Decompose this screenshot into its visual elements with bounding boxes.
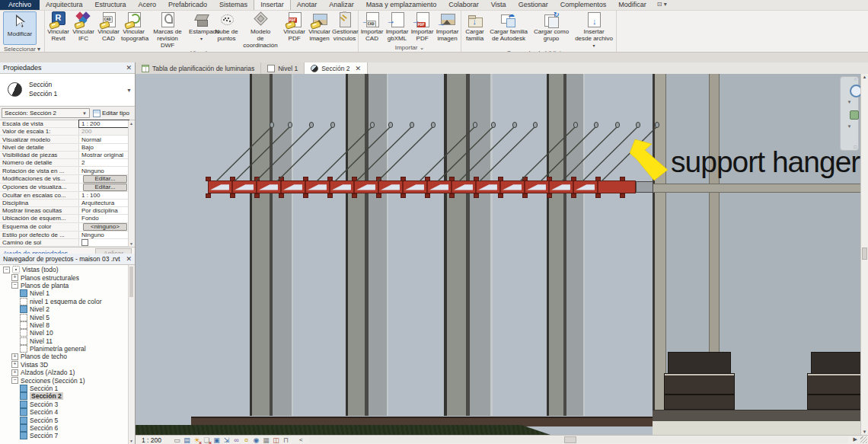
scroll-down-icon[interactable]: ▼ <box>861 430 868 434</box>
support-beam[interactable] <box>208 180 636 193</box>
collapse-icon[interactable]: − <box>11 282 18 289</box>
expand-icon[interactable]: + <box>11 369 18 376</box>
edit-type-button[interactable]: Editar tipo <box>93 110 129 117</box>
marcas-de-revision-dwf-button[interactable]: Marcas de revisiónDWF <box>146 11 189 50</box>
browser-item-seccion-7[interactable]: Sección 7 <box>0 432 129 439</box>
temporary-hide-isolate-icon[interactable]: ∞ <box>231 436 241 444</box>
browser-item-planimetria-general[interactable]: Planimetría general <box>0 345 129 353</box>
property-value[interactable]: Fondo <box>79 215 129 222</box>
expand-icon[interactable]: + <box>11 274 18 281</box>
ribbon-tab-estructura[interactable]: Estructura <box>89 0 132 10</box>
browser-item-nivel-1[interactable]: Nivel 1 <box>0 289 129 297</box>
navbar-handle-icon[interactable]: □ <box>841 145 858 149</box>
property-value[interactable]: Mostrar original <box>79 152 129 158</box>
property-value[interactable]: Ninguno <box>79 232 129 238</box>
importar-gbxml-button[interactable]: →ImportargbXML <box>385 11 410 42</box>
browser-item-vistas-todo[interactable]: −Vistas (todo) <box>0 266 129 273</box>
scroll-up-icon[interactable]: ▲ <box>861 75 868 79</box>
visual-style-icon[interactable]: ▭ <box>172 436 182 444</box>
browser-item-nivel-5[interactable]: Nivel 5 <box>0 313 129 321</box>
importar-pdf-button[interactable]: →PDFImportarPDF <box>410 11 435 42</box>
collapse-icon[interactable]: − <box>11 377 18 384</box>
chevron-down-icon[interactable]: ▼ <box>841 124 858 129</box>
nube-de-puntos-button[interactable]: Nube depuntos <box>214 11 239 42</box>
insertar-desde-archivo-button[interactable]: ↓Insertardesde archivo ▾ <box>573 11 615 50</box>
resize-grip[interactable] <box>860 436 867 443</box>
vincular-cad-button[interactable]: CADVincularCAD <box>96 11 121 42</box>
navbar-pin-icon[interactable]: ○ <box>841 77 858 81</box>
view-tab-tabla-de-planificacion-de-luminarias[interactable]: Tabla de planificación de luminarias <box>136 62 261 74</box>
collapse-icon[interactable]: − <box>3 267 10 273</box>
vincular-topografia-button[interactable]: Vinculartopografía <box>121 11 146 42</box>
reveal-hidden-elements-icon[interactable]: ¤ <box>241 436 251 444</box>
vincular-imagen-button[interactable]: Vincularimagen <box>307 11 332 42</box>
browser-item-nivel-10[interactable]: Nivel 10 <box>0 329 129 337</box>
expand-icon[interactable]: + <box>11 353 18 360</box>
property-value[interactable]: Normal <box>79 136 129 142</box>
ribbon-tab-complementos[interactable]: Complementos <box>554 0 613 10</box>
scroll-thumb[interactable] <box>862 248 867 260</box>
ribbon-tab-gestionar[interactable]: Gestionar <box>512 0 554 10</box>
ribbon-tab-vista[interactable]: Vista <box>485 0 512 10</box>
browser-item-planos-de-planta[interactable]: −Planos de planta <box>0 282 129 289</box>
view-tab-nivel-1[interactable]: Nivel 1 <box>261 62 305 74</box>
close-icon[interactable]: ✕ <box>126 64 132 72</box>
property-edit-button[interactable]: <ninguno> <box>83 223 127 231</box>
ribbon-tab-anotar[interactable]: Anotar <box>291 0 324 10</box>
browser-item-planos-estructurales[interactable]: +Planos estructurales <box>0 273 129 281</box>
browser-item-vistas-3d[interactable]: +Vistas 3D <box>0 361 129 369</box>
browser-item-alzados-alzado-1[interactable]: +Alzados (Alzado 1) <box>0 369 129 376</box>
ribbon-tab-acero[interactable]: Acero <box>132 0 163 10</box>
browser-item-seccion-5[interactable]: Sección 5 <box>0 416 129 423</box>
scroll-thumb[interactable] <box>564 436 576 443</box>
shadows-icon[interactable]: ❏× <box>202 436 212 444</box>
panel-toggle-icon[interactable]: ⊡ ▾ <box>653 0 672 10</box>
crop-view-icon[interactable]: ▣ <box>212 436 222 444</box>
sun-path-icon[interactable]: ☀× <box>192 436 202 444</box>
ribbon-tab-colaborar[interactable]: Colaborar <box>442 0 485 10</box>
property-value[interactable] <box>79 239 129 246</box>
property-value[interactable]: 200 <box>79 128 129 135</box>
view-selector-combo[interactable]: Sección: Sección 2 ▼ <box>2 108 90 118</box>
importar-cad-button[interactable]: →CADImportarCAD <box>359 11 385 42</box>
ribbon-tab-archivo[interactable]: Archivo <box>0 0 40 10</box>
modelo-de-coordinacion-button[interactable]: Modelode coordinación <box>239 11 282 50</box>
vincular-ifc-button[interactable]: VincularIFC <box>71 11 96 42</box>
view-tab-seccion-2[interactable]: Sección 2✕ <box>305 62 368 74</box>
ribbon-tab-masa-y-emplazamiento[interactable]: Masa y emplazamiento <box>360 0 443 10</box>
modificar-button[interactable]: Modificar <box>3 11 37 45</box>
collapse-chevron-icon[interactable]: < <box>299 436 303 443</box>
browser-item-seccion-6[interactable]: Sección 6 <box>0 424 129 432</box>
expand-icon[interactable]: + <box>11 361 18 368</box>
vincular-pdf-button[interactable]: PDFVincularPDF <box>282 11 307 42</box>
property-value[interactable]: 1 : 100 <box>79 192 129 199</box>
ribbon-tab-sistemas[interactable]: Sistemas <box>213 0 254 10</box>
browser-scrollbar[interactable]: ▼ <box>128 265 135 444</box>
temporary-view-properties-icon[interactable]: ◉ <box>251 436 261 444</box>
browser-item-seccion-1[interactable]: Sección 1 <box>0 385 129 392</box>
ribbon-tab-prefabricado[interactable]: Prefabricado <box>162 0 213 10</box>
browser-item-nivel-1-esquema-de-color[interactable]: nivel 1 esquema de color <box>0 298 129 305</box>
vincular-revit-button[interactable]: RVincularRevit <box>46 11 71 42</box>
show-analytical-model-icon[interactable]: ▦ <box>261 436 271 444</box>
navigation-bar[interactable]: ○ ▼ ▼ □ <box>840 76 859 151</box>
property-value[interactable]: 1 : 200 <box>79 120 129 127</box>
ribbon-tab-arquitectura[interactable]: Arquitectura <box>40 0 89 10</box>
chevron-down-icon[interactable]: ▼ <box>126 88 132 93</box>
property-value[interactable]: Bajo <box>79 144 129 151</box>
show-crop-region-icon[interactable]: ⇲ <box>222 436 231 444</box>
drawing-canvas[interactable]: support hanger ○ ▼ ▼ □ <box>136 74 861 435</box>
browser-item-seccion-4[interactable]: Sección 4 <box>0 408 129 416</box>
browser-item-planos-de-techo[interactable]: +Planos de techo <box>0 353 129 360</box>
browser-item-nivel-11[interactable]: Nivel 11 <box>0 337 129 345</box>
cargar-como-grupo-button[interactable]: ↻Cargar comogrupo <box>530 11 573 42</box>
close-icon[interactable]: ✕ <box>356 65 362 72</box>
property-value[interactable]: Editar... <box>79 184 129 191</box>
chevron-down-icon[interactable]: ▼ <box>841 100 858 104</box>
horizontal-scrollbar[interactable] <box>309 436 848 443</box>
property-value[interactable]: 2 <box>79 159 129 166</box>
ribbon-tab-analizar[interactable]: Analizar <box>323 0 360 10</box>
property-value[interactable]: Ninguno <box>79 167 129 174</box>
reveal-constraints-icon[interactable]: ◫ <box>271 436 281 444</box>
checkbox[interactable] <box>81 239 88 246</box>
